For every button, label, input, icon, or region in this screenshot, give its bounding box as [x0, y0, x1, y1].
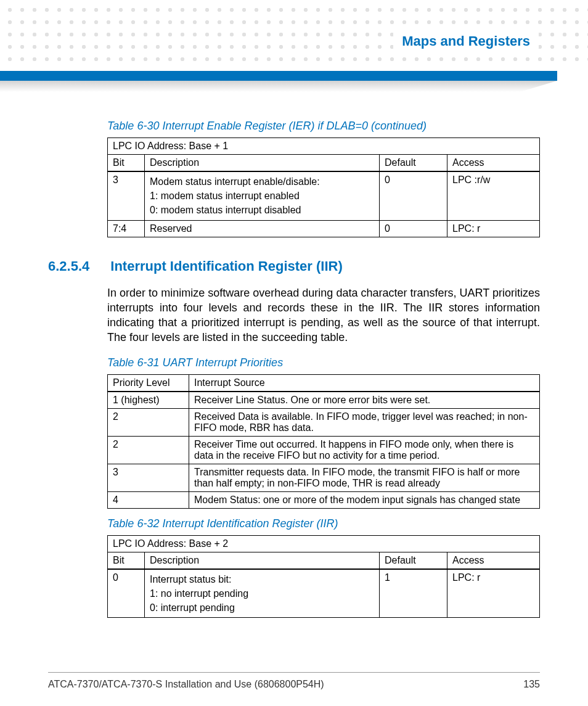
table-32-addr: LPC IO Address: Base + 2: [108, 535, 540, 552]
section-heading: 6.2.5.4 Interrupt Identification Registe…: [48, 258, 540, 274]
table-31-r5-a: 4: [108, 491, 189, 508]
table-31-r2-a: 2: [108, 408, 189, 436]
table-30-r1-desc-l2: 1: modem status interrupt enabled: [150, 189, 374, 203]
table-31-r5-b: Modem Status: one or more of the modem i…: [189, 491, 540, 508]
table-32-hdr-acc: Access: [447, 552, 540, 569]
table-32: LPC IO Address: Base + 2 Bit Description…: [107, 535, 540, 618]
table-32-r1-desc-l1: Interrupt status bit:: [150, 572, 374, 586]
table-31-hdr-a: Priority Level: [108, 374, 189, 392]
table-31-r3-b: Receiver Time out occurred. It happens i…: [189, 436, 540, 464]
table-32-r1-desc: Interrupt status bit: 1: no interrupt pe…: [145, 569, 380, 618]
table-31-hdr-b: Interrupt Source: [189, 374, 540, 392]
table-30-caption: Table 6-30 Interrupt Enable Register (IE…: [107, 120, 540, 133]
table-30: LPC IO Address: Base + 1 Bit Description…: [107, 138, 540, 237]
table-30-r2-acc: LPC: r: [447, 220, 540, 237]
footer: ATCA-7370/ATCA-7370-S Installation and U…: [48, 672, 540, 690]
table-30-r2-def: 0: [380, 220, 447, 237]
table-32-r1-desc-l3: 0: interrupt pending: [150, 601, 374, 615]
table-31-r3-a: 2: [108, 436, 189, 464]
header-blue-bar: [0, 71, 557, 81]
table-31-r2-b: Received Data is available. In FIFO mode…: [189, 408, 540, 436]
table-32-caption: Table 6-32 Interrupt Identification Regi…: [107, 517, 540, 530]
header-bar-shadow: [0, 81, 557, 92]
table-30-r1-desc-l1: Modem status interrupt enable/disable:: [150, 174, 374, 189]
table-30-r1-acc: LPC :r/w: [447, 171, 540, 220]
table-30-hdr-def: Default: [380, 155, 447, 172]
table-30-r1-bit: 3: [108, 171, 145, 220]
table-32-hdr-bit: Bit: [108, 552, 145, 569]
table-30-hdr-desc: Description: [145, 155, 380, 172]
footer-page-number: 135: [523, 679, 540, 690]
table-30-r1-def: 0: [380, 171, 447, 220]
table-32-r1-def: 1: [380, 569, 447, 618]
table-32-r1-bit: 0: [108, 569, 145, 618]
table-32-r1-acc: LPC: r: [447, 569, 540, 618]
table-30-hdr-bit: Bit: [108, 155, 145, 172]
table-31-r4-a: 3: [108, 464, 189, 491]
footer-doc-title: ATCA-7370/ATCA-7370-S Installation and U…: [48, 679, 324, 690]
table-31: Priority Level Interrupt Source 1 (highe…: [107, 374, 540, 509]
table-31-r4-b: Transmitter requests data. In FIFO mode,…: [189, 464, 540, 491]
table-30-addr: LPC IO Address: Base + 1: [108, 138, 540, 155]
table-32-r1-desc-l2: 1: no interrupt pending: [150, 586, 374, 601]
table-31-r1-b: Receiver Line Status. One or more error …: [189, 392, 540, 409]
section-paragraph: In order to minimize software overhead d…: [107, 285, 540, 345]
table-32-hdr-desc: Description: [145, 552, 380, 569]
table-30-hdr-acc: Access: [447, 155, 540, 172]
chapter-title: Maps and Registers: [393, 31, 539, 52]
table-32-hdr-def: Default: [380, 552, 447, 569]
section-number: 6.2.5.4: [48, 258, 89, 274]
table-30-r1-desc: Modem status interrupt enable/disable: 1…: [145, 171, 380, 220]
table-30-r2-desc: Reserved: [145, 220, 380, 237]
table-30-r2-bit: 7:4: [108, 220, 145, 237]
section-title: Interrupt Identification Register (IIR): [110, 258, 342, 274]
table-30-r1-desc-l3: 0: modem status interrupt disabled: [150, 203, 374, 217]
table-31-caption: Table 6-31 UART Interrupt Priorities: [107, 356, 540, 369]
table-31-r1-a: 1 (highest): [108, 392, 189, 409]
